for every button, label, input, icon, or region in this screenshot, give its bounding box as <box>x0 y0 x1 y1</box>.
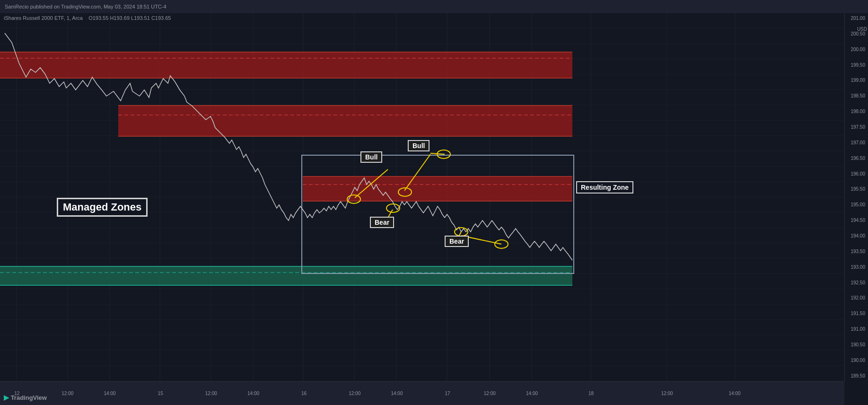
publisher-info: SamRecio published on TradingView.com, M… <box>5 4 167 9</box>
price-1965: 196.50 <box>846 156 867 161</box>
tradingview-logo: ▶ TradingView <box>4 394 47 401</box>
bull-label-1: Bull <box>360 151 382 163</box>
chart-container: SamRecio published on TradingView.com, M… <box>0 0 868 405</box>
time-1400-3: 14:00 <box>391 391 403 396</box>
bull-label-2: Bull <box>408 140 430 151</box>
time-16: 16 <box>301 391 307 396</box>
time-1200-3: 12:00 <box>349 391 360 396</box>
price-1975: 197.50 <box>846 124 867 130</box>
bear-label-2: Bear <box>445 236 469 247</box>
price-195: 195.00 <box>846 202 867 208</box>
time-17: 17 <box>445 391 450 396</box>
tv-logo-text: TradingView <box>11 394 47 401</box>
managed-zones-label: Managed Zones <box>57 198 148 217</box>
price-197: 197.00 <box>846 140 867 146</box>
time-1400-1: 14:00 <box>104 391 116 396</box>
svg-rect-26 <box>303 176 572 201</box>
price-200: 200.00 <box>846 47 867 53</box>
price-1895: 189.50 <box>846 373 867 379</box>
price-193: 193.00 <box>846 264 867 270</box>
price-1935: 193.50 <box>846 249 867 255</box>
chart-svg <box>0 13 844 381</box>
svg-rect-22 <box>118 106 572 136</box>
price-198: 198.00 <box>846 109 867 114</box>
svg-rect-18 <box>0 52 572 78</box>
price-201: 201.00 <box>846 16 867 21</box>
price-1955: 195.50 <box>846 186 867 192</box>
resulting-zone-label: Resulting Zone <box>576 181 633 194</box>
bear-label-1: Bear <box>370 217 394 228</box>
price-1915: 191.50 <box>846 311 867 317</box>
svg-rect-30 <box>0 266 572 285</box>
time-1400-2: 14:00 <box>247 391 259 396</box>
price-199: 199.00 <box>846 78 867 83</box>
time-axis: 12 12:00 14:00 15 12:00 14:00 16 12:00 1… <box>0 381 844 405</box>
time-1200-5: 12:00 <box>661 391 673 396</box>
price-190: 190.00 <box>846 358 867 363</box>
time-1200-1: 12:00 <box>61 391 73 396</box>
time-1200-4: 12:00 <box>484 391 496 396</box>
price-196: 196.00 <box>846 171 867 177</box>
price-2005: 200.50 <box>846 31 867 37</box>
symbol-info: iShares Russell 2000 ETF, 1, Arca O193.5… <box>4 15 171 21</box>
price-1995: 199.50 <box>846 62 867 68</box>
time-1200-2: 12:00 <box>205 391 217 396</box>
price-191: 191.00 <box>846 326 867 332</box>
price-194: 194.00 <box>846 233 867 239</box>
price-1985: 198.50 <box>846 93 867 99</box>
price-1905: 190.50 <box>846 342 867 348</box>
symbol-label: iShares Russell 2000 ETF, 1, Arca <box>4 15 83 21</box>
price-axis: USD 201.00 200.50 200.00 199.50 199.00 1… <box>844 13 868 381</box>
top-bar: SamRecio published on TradingView.com, M… <box>0 0 868 13</box>
time-15: 15 <box>158 391 163 396</box>
time-1400-5: 14:00 <box>728 391 740 396</box>
time-18: 18 <box>588 391 594 396</box>
currency-label: USD <box>857 26 867 32</box>
price-1945: 194.50 <box>846 218 867 223</box>
price-1925: 192.50 <box>846 280 867 286</box>
time-1400-4: 14:00 <box>526 391 538 396</box>
ohlc-label: O193.55 H193.69 L193.51 C193.65 <box>88 15 171 21</box>
chart-area: iShares Russell 2000 ETF, 1, Arca O193.5… <box>0 13 844 381</box>
price-192: 192.00 <box>846 295 867 301</box>
